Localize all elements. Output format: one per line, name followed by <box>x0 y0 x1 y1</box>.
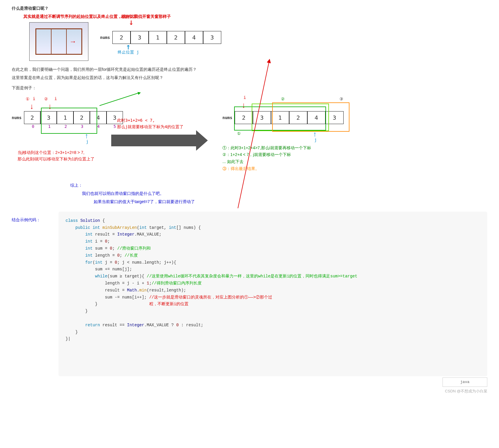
summary-s1: 综上： <box>70 181 487 189</box>
summary-s3: 如果当前窗口的值大于target=7了，窗口就要进行滑动了 <box>94 198 487 206</box>
array-block-1: 起始位置 i ↓ nums 2 3 1 2 4 3 ↑ 终止位置 j <box>100 22 221 44</box>
nums-label: nums <box>12 115 22 120</box>
i-label: i <box>244 95 246 100</box>
fn: min <box>139 288 147 293</box>
comment: //长度 <box>125 253 138 258</box>
type: int <box>95 260 102 265</box>
var: i <box>95 239 97 244</box>
j-label: j <box>314 138 317 142</box>
circ-1: ① <box>26 97 30 101</box>
param: nums <box>184 225 193 230</box>
i-label: i <box>33 97 35 101</box>
row-illustration: → 起始位置 i ↓ nums 2 3 1 2 4 3 ↑ 终止位置 j <box>29 22 487 61</box>
circ-2: ② <box>44 97 48 101</box>
var: j <box>105 260 107 265</box>
circ-3: ③ <box>339 97 343 101</box>
idx: 2 <box>58 124 74 129</box>
var: length <box>95 253 110 258</box>
circ-1: ① <box>237 131 241 136</box>
kw: return <box>85 323 100 327</box>
j-label: j <box>86 139 88 144</box>
summary: 综上： 我们也就可以明白滑动窗口指的是什么了吧。 如果当前窗口的值大于targe… <box>70 181 487 206</box>
example-row: ① ② i i ↓ ↓ nums 2 3 1 2 4 3 0 1 2 3 4 5… <box>12 94 487 172</box>
idx: 0 <box>25 124 41 129</box>
comment: 程，不断更新i的位置 <box>149 302 188 306</box>
cell: 2 <box>73 111 90 124</box>
ident: Solution <box>80 218 100 223</box>
mid-l1: 此时3+1+2=6 < 7, <box>117 117 184 123</box>
arrow-down-icon: ↓ <box>48 102 52 111</box>
type: int <box>85 246 92 251</box>
cell: 4 <box>307 111 325 124</box>
end-label: 终止位置 j <box>118 50 139 55</box>
num: 0 <box>110 246 112 251</box>
cell: 1 <box>57 111 73 124</box>
example-title: 下面是例子： <box>12 85 487 91</box>
lang-badge: java <box>443 377 487 387</box>
num: 0 <box>115 260 117 265</box>
idx: 4 <box>90 124 107 129</box>
ident: Math <box>127 288 137 293</box>
nums-label: nums <box>100 35 110 40</box>
type: int <box>85 232 92 237</box>
left-example: ① ② i i ↓ ↓ nums 2 3 1 2 4 3 0 1 2 3 4 5… <box>12 94 123 162</box>
idx: 3 <box>74 124 90 129</box>
summary-s2: 我们也就可以明白滑动窗口指的是什么了吧。 <box>82 189 487 198</box>
cell: 3 <box>325 111 344 124</box>
watermark: CSDN @不想成为小白菜 <box>445 389 487 394</box>
comment: //这一步就是滑动窗口的灵魂所在，对应上图分析的①——>②那个过 <box>149 295 272 300</box>
code-block: class Solution { public int minSubArrayL… <box>59 212 487 377</box>
slide-arrow-icon: → <box>69 37 76 46</box>
nums-label: nums <box>222 115 232 120</box>
arrow-down-icon: ↓ <box>242 101 246 110</box>
kw: class <box>66 218 78 223</box>
num: 0 <box>117 253 119 258</box>
cell: 4 <box>90 111 106 124</box>
cell: 3 <box>131 31 149 44</box>
arrow-up-icon: ↑ <box>313 130 317 138</box>
paragraph-b: 这里答案是在终止位置，因为如果是起始位置的话，这与暴力解法又有什么区别呢？ <box>12 74 487 81</box>
right-n2: ②：1+2+4 < 7，j就需要移动一个下标 <box>222 151 487 158</box>
comment: //滑动窗口序列和 <box>117 246 151 251</box>
ident: Integer <box>117 232 134 237</box>
intro-line: 其实就是通过不断调节序列的起始位置以及终止位置，就好比我们开窗关窗那样子 <box>23 14 487 19</box>
window-photo: → <box>29 22 88 61</box>
i-label-2: i <box>54 97 57 101</box>
var: result <box>95 232 110 237</box>
ident: Integer <box>127 323 144 327</box>
cell: 3 <box>253 111 271 124</box>
cell: 3 <box>203 31 221 44</box>
cell: 4 <box>185 31 203 44</box>
page-title: 什么是滑动窗口呢？ <box>12 6 487 11</box>
right-example: i ↓ ② ③ nums 2 3 1 2 4 3 ① ↑ j ①：此时3+1+2… <box>222 94 487 172</box>
cell: 1 <box>149 31 167 44</box>
kw: while <box>95 274 107 279</box>
right-n3: ... 如此下去 <box>222 158 487 165</box>
mid-text: 此时3+1+2=6 < 7, 那么j就需要移动至下标为4的位置了 <box>117 117 184 130</box>
left-note: 当j移动到这个位置：2+3+1+2=8 > 7, 那么此刻i就可以移动至下标为1… <box>18 149 123 162</box>
circ-2: ② <box>281 97 285 101</box>
type: int <box>85 239 92 244</box>
type: int <box>139 225 147 230</box>
cell: 2 <box>24 111 40 124</box>
left-note-l2: 那么此刻i就可以移动至下标为1的位置上了 <box>18 156 123 162</box>
idx: 1 <box>41 124 58 129</box>
left-note-l1: 当j移动到这个位置：2+3+1+2=8 > 7, <box>18 149 123 156</box>
arrow-up-icon: ↑ <box>85 132 88 140</box>
const: MAX_VALUE <box>147 323 169 327</box>
kw: for <box>85 260 92 265</box>
arrow-down-icon: ↓ <box>30 102 34 111</box>
kw: public <box>76 225 90 230</box>
cell: 3 <box>40 111 57 124</box>
paragraph-a: 在此之前，我们要明确一个问题，我们所用的一层for循环究竟是起始位置的遍历还是终… <box>12 66 487 73</box>
mid-l2: 那么j就需要移动至下标为4的位置了 <box>117 123 184 130</box>
cell: 2 <box>167 31 185 44</box>
arrow-up-icon: ↑ <box>126 44 131 50</box>
num: 0 <box>105 239 107 244</box>
code-section: 结合示例代码： class Solution { public int minS… <box>12 212 487 377</box>
arrow-down-icon: ↓ <box>129 19 134 25</box>
type: int <box>85 253 92 258</box>
fn: minSubArrayLen <box>102 225 137 230</box>
code-label: 结合示例代码： <box>12 212 59 223</box>
type: int <box>92 225 100 230</box>
